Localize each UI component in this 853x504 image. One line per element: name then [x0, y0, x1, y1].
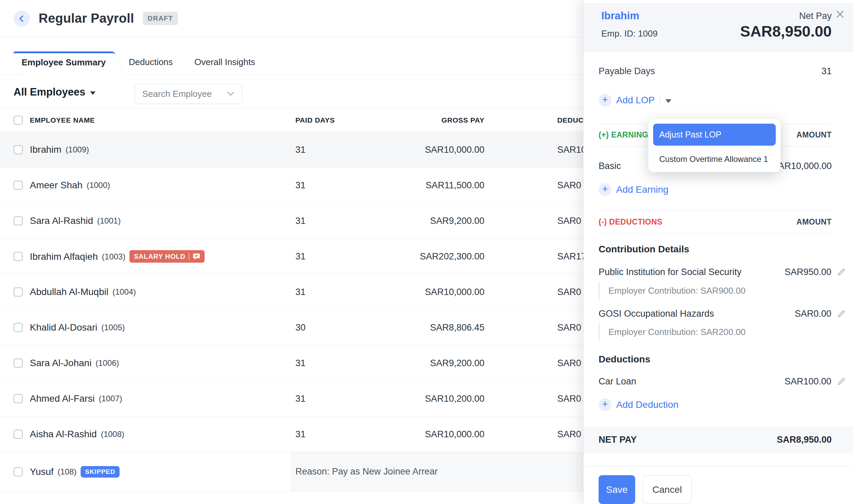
contribution-details-title: Contribution Details: [599, 239, 832, 259]
save-button[interactable]: Save: [599, 475, 635, 504]
row-checkbox[interactable]: [14, 359, 23, 368]
contribution-label: Public Institution for Social Security: [599, 267, 742, 277]
deductions-section-header: (-) DEDUCTIONS AMOUNT: [599, 210, 832, 234]
row-checkbox[interactable]: [14, 394, 23, 403]
select-all-checkbox[interactable]: [14, 115, 23, 125]
paid-days-cell: 31: [295, 429, 306, 440]
add-lop-row: + Add LOP: [599, 91, 832, 110]
lop-dropdown-caret-icon[interactable]: [665, 99, 671, 103]
column-paid-days: PAID DAYS: [295, 116, 335, 124]
badge-divider: [189, 253, 189, 260]
earning-amount: SAR10,000.00: [772, 161, 832, 172]
cancel-button[interactable]: Cancel: [642, 475, 692, 504]
tab-employee-summary[interactable]: Employee Summary: [13, 52, 114, 75]
contribution-amount: SAR0.00: [795, 309, 831, 319]
add-lop-button[interactable]: + Add LOP: [599, 94, 655, 107]
paid-days-cell: 31: [295, 394, 306, 404]
add-earning-button[interactable]: + Add Earning: [599, 183, 668, 196]
gross-pay-cell: SAR10,000.00: [366, 429, 485, 440]
edit-icon[interactable]: [837, 377, 846, 386]
close-icon: [835, 10, 845, 19]
earnings-amount-header: AMOUNT: [796, 130, 832, 140]
status-badge: DRAFT: [143, 12, 178, 25]
add-deduction-button[interactable]: + Add Deduction: [599, 398, 678, 411]
panel-employee-link[interactable]: Ibrahim: [601, 10, 639, 22]
employee-id-text: Emp. ID: 1009: [601, 29, 657, 39]
plus-icon: +: [599, 183, 612, 196]
row-checkbox[interactable]: [14, 216, 23, 226]
employee-filter-label: All Employees: [14, 86, 85, 98]
row-checkbox[interactable]: [14, 181, 23, 190]
earnings-header-label: (+) EARNINGS: [599, 130, 654, 140]
net-pay-value: SAR8,950.00: [740, 23, 832, 40]
row-checkbox[interactable]: [14, 323, 23, 332]
tab-overall-insights[interactable]: Overall Insights: [195, 51, 255, 74]
close-panel-button[interactable]: [833, 7, 847, 22]
plus-icon: +: [599, 398, 612, 411]
net-pay-label: Net Pay: [799, 11, 832, 21]
salary-hold-badge: SALARY HOLD: [129, 250, 205, 263]
menu-item-custom-overtime-allowance[interactable]: Custom Overtime Allowance 1: [653, 146, 776, 165]
row-checkbox[interactable]: [14, 430, 23, 439]
chevron-left-icon: [17, 14, 26, 23]
salary-hold-label: SALARY HOLD: [134, 253, 185, 260]
employee-name: Yusuf: [30, 466, 54, 477]
row-checkbox[interactable]: [14, 288, 23, 297]
gross-pay-cell: SAR10,000.00: [366, 145, 485, 155]
gross-pay-cell: SAR8,806.45: [366, 322, 485, 333]
search-placeholder: Search Employee: [142, 89, 212, 99]
column-employee-name: EMPLOYEE NAME: [30, 116, 95, 124]
contribution-row: GOSI Occupational Hazards SAR0.00: [599, 303, 832, 324]
employee-id: (1003): [102, 252, 125, 261]
edit-icon[interactable]: [837, 268, 846, 277]
add-lop-label: Add LOP: [616, 95, 655, 106]
tab-label: Employee Summary: [13, 52, 114, 75]
gross-pay-cell: SAR10,200.00: [366, 394, 485, 404]
tab-deductions[interactable]: Deductions: [129, 51, 173, 74]
paid-days-cell: 31: [295, 287, 306, 298]
page-title: Regular Payroll: [39, 11, 134, 26]
row-checkbox[interactable]: [14, 467, 23, 476]
back-button[interactable]: [14, 11, 30, 27]
paid-days-cell: 31: [295, 145, 306, 155]
tab-label: Overall Insights: [195, 57, 255, 67]
deductions-header-label: (-) DEDUCTIONS: [599, 217, 662, 227]
plus-icon: +: [599, 94, 612, 107]
employee-filter-dropdown[interactable]: All Employees: [14, 86, 95, 98]
employee-id: (108): [58, 467, 76, 476]
panel-footer: Save Cancel: [584, 466, 853, 504]
add-earning-label: Add Earning: [616, 184, 668, 195]
edit-icon[interactable]: [837, 309, 846, 318]
employer-contribution-row: Employer Contribution: SAR200.00: [599, 323, 832, 341]
row-checkbox[interactable]: [14, 252, 23, 261]
employee-name: Khalid Al-Dosari: [30, 322, 97, 333]
add-deduction-row: + Add Deduction: [599, 395, 832, 415]
column-gross-pay: GROSS PAY: [366, 116, 485, 124]
employee-id: (1007): [98, 394, 122, 403]
employee-name: Aisha Al-Rashid: [30, 429, 97, 440]
net-pay-row-label: NET PAY: [599, 435, 637, 445]
tab-label: Deductions: [129, 57, 173, 67]
menu-item-adjust-past-lop[interactable]: Adjust Past LOP: [653, 124, 776, 146]
paid-days-cell: 31: [295, 251, 306, 262]
contribution-label: GOSI Occupational Hazards: [599, 309, 714, 319]
employee-id: (1005): [101, 323, 125, 332]
payable-days-label: Payable Days: [599, 66, 655, 76]
paid-days-cell: 30: [295, 322, 306, 333]
gross-pay-cell: SAR10,000.00: [366, 287, 485, 298]
contribution-row: Public Institution for Social Security S…: [599, 262, 832, 283]
row-checkbox[interactable]: [14, 145, 23, 155]
skip-reason-text: Reason: Pay as New Joinee Arrear: [295, 466, 438, 477]
search-employee-select[interactable]: Search Employee: [134, 84, 242, 104]
employee-id: (1000): [87, 181, 110, 190]
employee-name: Abdullah Al-Muqbil: [30, 287, 108, 298]
employer-contribution-row: Employer Contribution: SAR900.00: [599, 282, 832, 300]
employee-name: Sara Al-Johani: [30, 358, 91, 368]
gross-pay-cell: SAR11,500.00: [366, 180, 485, 191]
employee-name: Sara Al-Rashid: [30, 215, 93, 226]
gross-pay-cell: SAR9,200.00: [366, 358, 485, 368]
employee-name: Ibrahim: [30, 144, 61, 155]
add-deduction-label: Add Deduction: [616, 399, 678, 410]
paid-days-cell: 31: [295, 358, 306, 368]
comment-icon[interactable]: [193, 253, 200, 260]
